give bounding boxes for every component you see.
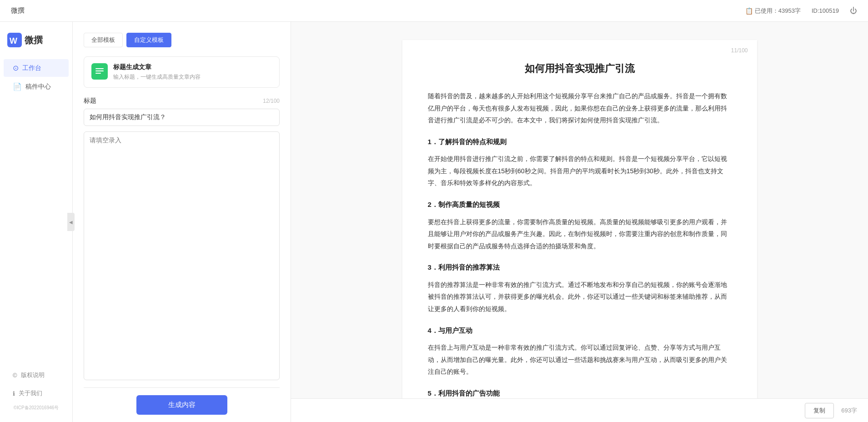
article-page: 11/100 如何用抖音实现推广引流 随着抖音的普及，越来越多的人开始利用这个短… xyxy=(402,40,757,398)
right-panel: 11/100 如何用抖音实现推广引流 随着抖音的普及，越来越多的人开始利用这个短… xyxy=(291,22,868,422)
para-2: 要想在抖音上获得更多的流量，你需要制作高质量的短视频。高质量的短视频能够吸引更多… xyxy=(428,216,732,252)
topbar: 微撰 📋 已使用：43953字 ID:100519 ⏻ xyxy=(0,0,868,22)
heading-5: 5．利用抖音的广告功能 xyxy=(428,387,732,398)
sidebar-logo: W 微撰 xyxy=(0,25,72,58)
para-1: 在开始使用抖音进行推广引流之前，你需要了解抖音的特点和规则。抖音是一个短视频分享… xyxy=(428,153,732,189)
word-count: 693字 xyxy=(841,407,857,415)
heading-4: 4．与用户互动 xyxy=(428,324,732,337)
sidebar-item-label-workbench: 工作台 xyxy=(22,64,41,72)
svg-rect-4 xyxy=(95,73,101,74)
article-footer: 复制 693字 xyxy=(291,398,868,422)
tab-all[interactable]: 全部模板 xyxy=(84,33,123,47)
power-icon[interactable]: ⏻ xyxy=(850,7,857,15)
copyright-icon: © xyxy=(13,372,17,379)
topbar-title: 微撰 xyxy=(11,6,25,15)
sidebar: W 微撰 ⊙ 工作台 📄 稿件中心 © 版权说明 ℹ 关于我们 ©ICP备2 xyxy=(0,22,73,422)
left-panel: 全部模板 自定义模板 标题生成文章 输入标题，一键生成高质量文章内容 xyxy=(73,22,291,422)
svg-rect-2 xyxy=(95,68,104,69)
tab-custom[interactable]: 自定义模板 xyxy=(126,33,171,47)
heading-1: 1．了解抖音的特点和规则 xyxy=(428,136,732,149)
about-icon: ℹ xyxy=(13,390,15,397)
content-textarea[interactable] xyxy=(84,131,280,380)
form-label-row: 标题 12/100 xyxy=(84,97,280,105)
sidebar-item-about[interactable]: ℹ 关于我们 xyxy=(4,385,69,402)
content-area: 全部模板 自定义模板 标题生成文章 输入标题，一键生成高质量文章内容 xyxy=(73,22,868,422)
topbar-right: 📋 已使用：43953字 ID:100519 ⏻ xyxy=(745,7,857,15)
usage-label: 已使用：43953字 xyxy=(755,7,801,15)
id-label: ID:100519 xyxy=(812,7,839,14)
sidebar-collapse-toggle[interactable]: ◀ xyxy=(67,213,75,231)
template-card-info: 标题生成文章 输入标题，一键生成高质量文章内容 xyxy=(113,63,272,81)
template-card-desc: 输入标题，一键生成高质量文章内容 xyxy=(113,73,272,81)
drafts-icon: 📄 xyxy=(13,82,22,91)
para-4: 在抖音上与用户互动是一种非常有效的推广引流方式。你可以通过回复评论、点赞、分享等… xyxy=(428,342,732,378)
sidebar-item-label-drafts: 稿件中心 xyxy=(25,83,51,91)
usage-icon: 📋 xyxy=(745,7,753,15)
sidebar-item-workbench[interactable]: ⊙ 工作台 xyxy=(4,59,69,77)
template-tabs: 全部模板 自定义模板 xyxy=(84,33,280,47)
title-input[interactable] xyxy=(84,109,280,126)
article-title: 如何用抖音实现推广引流 xyxy=(428,62,732,75)
sidebar-item-drafts[interactable]: 📄 稿件中心 xyxy=(4,78,69,95)
svg-text:W: W xyxy=(10,36,17,45)
usage-info: 📋 已使用：43953字 xyxy=(745,7,801,15)
copy-button[interactable]: 复制 xyxy=(805,403,834,418)
para-3: 抖音的推荐算法是一种非常有效的推广引流方式。通过不断地发布和分享自己的短视频，你… xyxy=(428,279,732,315)
page-num: 11/100 xyxy=(731,47,748,54)
template-card-icon xyxy=(91,63,108,80)
sidebar-item-copyright[interactable]: © 版权说明 xyxy=(4,367,69,384)
copyright-label: 版权说明 xyxy=(21,371,45,379)
para-intro: 随着抖音的普及，越来越多的人开始利用这个短视频分享平台来推广自己的产品或服务。抖… xyxy=(428,90,732,126)
article-body: 随着抖音的普及，越来越多的人开始利用这个短视频分享平台来推广自己的产品或服务。抖… xyxy=(428,90,732,398)
about-label: 关于我们 xyxy=(19,389,42,397)
template-card-title: 标题生成文章 xyxy=(113,63,272,71)
sidebar-bottom: © 版权说明 ℹ 关于我们 ©ICP备2022016946号 xyxy=(0,366,72,422)
form-section: 标题 12/100 生成内容 xyxy=(84,97,280,415)
template-card[interactable]: 标题生成文章 输入标题，一键生成高质量文章内容 xyxy=(84,56,280,88)
sidebar-nav: ⊙ 工作台 📄 稿件中心 xyxy=(0,58,72,366)
svg-rect-3 xyxy=(95,70,104,71)
logo-text: 微撰 xyxy=(25,34,43,46)
form-count: 12/100 xyxy=(263,98,280,104)
article-container[interactable]: 11/100 如何用抖音实现推广引流 随着抖音的普及，越来越多的人开始利用这个短… xyxy=(291,22,868,398)
logo-icon: W xyxy=(7,33,22,47)
heading-3: 3．利用抖音的推荐算法 xyxy=(428,261,732,274)
heading-2: 2．制作高质量的短视频 xyxy=(428,198,732,211)
workbench-icon: ⊙ xyxy=(13,64,19,72)
generate-button[interactable]: 生成内容 xyxy=(136,395,227,415)
form-divider xyxy=(84,387,280,388)
main-layout: W 微撰 ⊙ 工作台 📄 稿件中心 © 版权说明 ℹ 关于我们 ©ICP备2 xyxy=(0,22,868,422)
form-label: 标题 xyxy=(84,97,96,105)
icp-text: ©ICP备2022016946号 xyxy=(0,403,72,415)
